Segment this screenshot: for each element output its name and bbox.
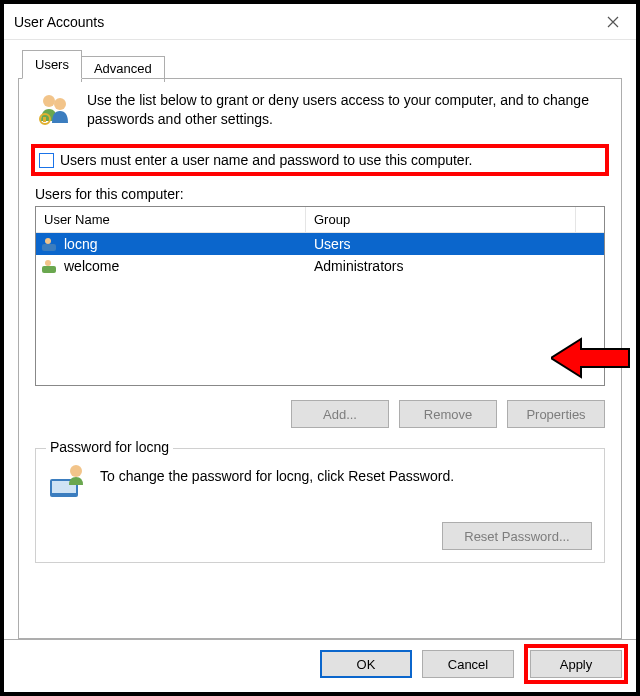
cancel-label: Cancel (448, 657, 488, 672)
properties-label: Properties (526, 407, 585, 422)
password-groupbox: Password for locng To change the passwor… (35, 448, 605, 563)
user-group-cell: Users (306, 236, 604, 252)
tab-strip: Users Advanced (18, 50, 622, 79)
user-name-cell: welcome (64, 258, 119, 274)
require-password-label: Users must enter a user name and passwor… (60, 152, 472, 168)
column-gutter (576, 207, 604, 232)
users-main-icon (35, 91, 77, 132)
ok-label: OK (357, 657, 376, 672)
cancel-button[interactable]: Cancel (422, 650, 514, 678)
user-icon (42, 259, 60, 273)
intro-text: Use the list below to grant or deny user… (87, 91, 605, 129)
add-user-label: Add... (323, 407, 357, 422)
add-user-button[interactable]: Add... (291, 400, 389, 428)
users-list-label: Users for this computer: (35, 186, 605, 202)
require-password-checkbox[interactable] (39, 153, 54, 168)
users-tab-panel: Use the list below to grant or deny user… (18, 78, 622, 639)
svg-point-0 (43, 95, 55, 107)
list-item[interactable]: locng Users (36, 233, 604, 255)
remove-user-button[interactable]: Remove (399, 400, 497, 428)
title-bar: User Accounts (4, 4, 636, 40)
user-group-cell: Administrators (306, 258, 604, 274)
svg-point-11 (70, 465, 82, 477)
apply-button[interactable]: Apply (530, 650, 622, 678)
tab-users-label: Users (35, 57, 69, 72)
close-icon (607, 16, 619, 28)
ok-button[interactable]: OK (320, 650, 412, 678)
password-text: To change the password for locng, click … (100, 463, 592, 486)
users-buttons-row: Add... Remove Properties (35, 400, 605, 428)
column-group[interactable]: Group (306, 207, 576, 232)
tab-users[interactable]: Users (22, 50, 82, 79)
tab-advanced-label: Advanced (94, 61, 152, 76)
users-listview[interactable]: User Name Group locng Users (35, 206, 605, 386)
close-button[interactable] (590, 4, 636, 39)
password-row: To change the password for locng, click … (48, 463, 592, 504)
reset-password-label: Reset Password... (464, 529, 570, 544)
apply-label: Apply (560, 657, 593, 672)
user-icon (42, 237, 60, 251)
dialog-footer: OK Cancel Apply (4, 639, 636, 692)
password-user-icon (48, 463, 90, 504)
window-title: User Accounts (14, 14, 590, 30)
properties-button[interactable]: Properties (507, 400, 605, 428)
intro-row: Use the list below to grant or deny user… (35, 91, 605, 132)
column-user-name[interactable]: User Name (36, 207, 306, 232)
password-legend: Password for locng (46, 439, 173, 455)
svg-rect-7 (42, 266, 56, 273)
svg-rect-5 (42, 244, 56, 251)
reset-password-button[interactable]: Reset Password... (442, 522, 592, 550)
apply-highlight: Apply (524, 644, 628, 684)
require-password-row: Users must enter a user name and passwor… (31, 144, 609, 176)
svg-point-4 (45, 238, 51, 244)
svg-point-1 (54, 98, 66, 110)
listview-header: User Name Group (36, 207, 604, 233)
svg-rect-3 (43, 117, 46, 122)
svg-point-6 (45, 260, 51, 266)
list-item[interactable]: welcome Administrators (36, 255, 604, 277)
user-name-cell: locng (64, 236, 97, 252)
remove-user-label: Remove (424, 407, 472, 422)
